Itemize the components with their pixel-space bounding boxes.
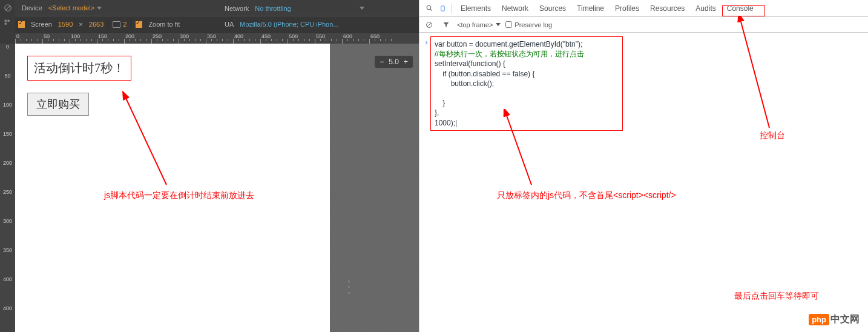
clear-icon[interactable]	[423, 19, 435, 31]
zoom-checkbox[interactable]	[136, 21, 142, 28]
annotation-left: js脚本代码一定要在倒计时结束前放进去	[104, 190, 254, 201]
network-label: Network	[221, 5, 252, 12]
ruler-tick: 300	[0, 218, 15, 224]
svg-line-5	[125, 97, 166, 185]
viewport-overflow: − 5.0 +	[330, 44, 419, 332]
screen-height[interactable]: 2663	[89, 21, 104, 28]
ruler-tick: 150	[0, 131, 15, 137]
ruler-horizontal: 050100150200250300350400450500550600650	[15, 33, 419, 44]
devtools-panel: ElementsNetworkSourcesTimelineProfilesRe…	[419, 0, 868, 332]
svg-line-1	[5, 5, 10, 10]
console-prompt-icon: ›	[424, 38, 429, 47]
ruler-tick: 0	[0, 44, 15, 50]
tab-elements[interactable]: Elements	[455, 1, 496, 16]
annotation-bottom: 最后点击回车等待即可	[734, 291, 819, 302]
svg-rect-4	[5, 23, 7, 25]
filter-icon[interactable]	[440, 19, 452, 31]
ruler-tick: 250	[0, 189, 15, 195]
svg-rect-8	[441, 5, 444, 10]
device-viewport: 活动倒计时7秒！ 立即购买	[15, 44, 330, 332]
devtools-tabs: ElementsNetworkSourcesTimelineProfilesRe…	[419, 0, 868, 17]
zoom-label: Zoom to fit	[145, 21, 183, 28]
countdown-text: 活动倒计时7秒！	[27, 56, 131, 81]
tab-timeline[interactable]: Timeline	[571, 1, 610, 16]
screen-label: Screen	[27, 21, 56, 28]
device-label: Device	[18, 4, 46, 12]
tab-sources[interactable]: Sources	[534, 1, 571, 16]
device-select-section[interactable]: Device <Select model>	[15, 4, 105, 12]
ruler-tick: 200	[0, 160, 15, 166]
svg-rect-3	[8, 20, 10, 22]
device-icon[interactable]	[436, 2, 449, 15]
dpr-value[interactable]: 2	[123, 21, 127, 28]
svg-line-12	[740, 19, 769, 128]
zoom-in-icon[interactable]: +	[404, 58, 408, 66]
network-throttle-dropdown[interactable]: No throttling	[255, 5, 291, 12]
svg-line-10	[427, 23, 431, 27]
zoom-out-icon[interactable]: −	[380, 58, 384, 66]
paint-icon[interactable]	[0, 15, 15, 30]
arrow-mid	[501, 109, 538, 188]
console-filter-bar: <top frame> Preserve log	[419, 17, 868, 33]
zoom-control[interactable]: − 5.0 +	[375, 56, 413, 68]
ruler-tick: 350	[0, 247, 15, 253]
svg-rect-2	[5, 20, 7, 22]
zoom-value: 5.0	[389, 58, 399, 66]
search-icon[interactable]	[423, 2, 435, 15]
screen-checkbox[interactable]	[18, 21, 25, 28]
arrow-left	[118, 91, 173, 188]
screenshot-icon[interactable]	[113, 21, 120, 28]
screen-width[interactable]: 1590	[58, 21, 73, 28]
svg-line-7	[430, 9, 432, 11]
resize-handle[interactable]	[348, 279, 350, 296]
annotation-mid: 只放标签内的js代码，不含首尾<script><script/>	[497, 190, 676, 201]
preserve-log-checkbox[interactable]: Preserve log	[505, 21, 552, 28]
ua-label: UA	[221, 21, 237, 28]
ruler-tick: 100	[0, 102, 15, 108]
ruler-vertical: 050100150200250300350400400	[0, 44, 15, 332]
ruler-tick: 400	[0, 305, 15, 311]
console-body[interactable]: › var button = document.getElementById("…	[419, 33, 868, 134]
buy-button[interactable]: 立即购买	[27, 93, 89, 116]
watermark: php中文网	[809, 313, 860, 326]
tab-console[interactable]: Console	[722, 1, 759, 16]
device-toolbar: Device <Select model> Network No throttl…	[15, 0, 419, 33]
annotation-right: 控制台	[760, 130, 785, 141]
svg-line-11	[506, 114, 531, 185]
arrow-right	[733, 16, 775, 131]
tab-audits[interactable]: Audits	[690, 1, 721, 16]
device-emulation-panel: Device <Select model> Network No throttl…	[0, 0, 419, 332]
frame-select[interactable]: <top frame>	[457, 21, 501, 28]
tab-profiles[interactable]: Profiles	[610, 1, 645, 16]
tab-network[interactable]: Network	[496, 1, 534, 16]
device-model-dropdown[interactable]: <Select model>	[48, 4, 102, 12]
no-icon[interactable]	[0, 0, 15, 15]
ruler-tick: 50	[0, 73, 15, 79]
ua-value[interactable]: Mozilla/5.0 (iPhone; CPU iPhon...	[240, 21, 338, 28]
tab-resources[interactable]: Resources	[645, 1, 690, 16]
ruler-tick: 400	[0, 276, 15, 282]
svg-point-6	[427, 5, 431, 10]
